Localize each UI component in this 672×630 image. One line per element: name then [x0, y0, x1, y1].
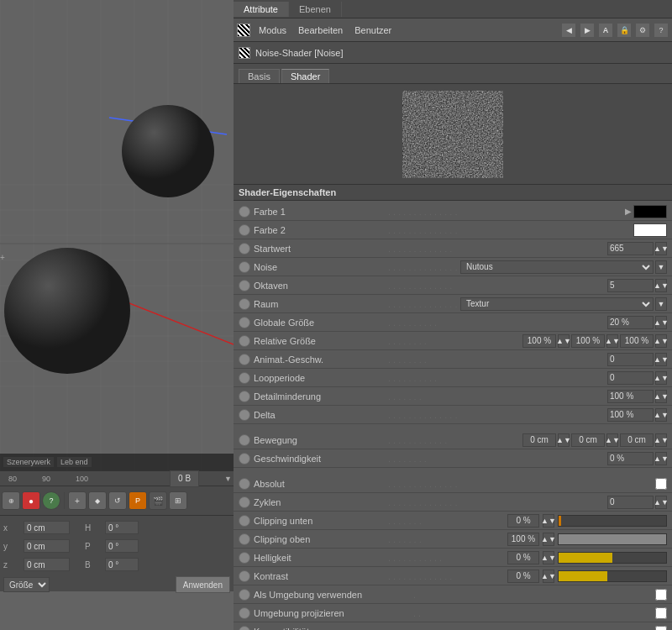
bullet-globale-groesse[interactable]	[239, 317, 250, 328]
raum-expand[interactable]: ▼	[655, 297, 667, 311]
loop-btn[interactable]: ↺	[108, 491, 127, 510]
bullet-geschwindigkeit[interactable]	[239, 453, 250, 465]
stepper-clipping-unten[interactable]: ▲▼	[543, 514, 554, 528]
input-zyklen[interactable]	[607, 496, 654, 509]
stepper-geschwindigkeit[interactable]: ▲▼	[655, 452, 667, 465]
magnet-btn[interactable]: ⊕	[2, 491, 20, 510]
p-input[interactable]	[105, 539, 139, 553]
stepper-kontrast[interactable]: ▲▼	[543, 570, 554, 583]
bar-helligkeit[interactable]	[558, 552, 667, 564]
select-raum[interactable]: Textur	[460, 297, 654, 311]
x-input[interactable]	[24, 521, 70, 534]
bar-kontrast[interactable]	[558, 570, 667, 582]
bullet-clipping-unten[interactable]	[239, 515, 250, 527]
tab-shader[interactable]: Shader	[281, 69, 329, 83]
stepper-rel-3[interactable]: ▲▼	[655, 334, 667, 348]
h-input[interactable]	[105, 521, 139, 534]
keyframe-btn[interactable]: ◆	[88, 491, 107, 510]
viewport-3d[interactable]: + Szenerywerk Leb end	[0, 0, 234, 470]
bullet-loopperiode[interactable]	[239, 372, 250, 384]
input-rel-groesse-1[interactable]	[522, 334, 556, 348]
bullet-animat-geschw[interactable]	[239, 354, 250, 365]
size-dropdown[interactable]: Größe	[3, 577, 50, 592]
bullet-als-umgebung[interactable]	[239, 589, 250, 601]
stepper-rel-2[interactable]: ▲▼	[606, 334, 618, 348]
stepper-startwert[interactable]: ▲▼	[655, 242, 667, 255]
input-delta[interactable]	[607, 408, 654, 422]
bullet-clipping-oben[interactable]	[239, 533, 250, 545]
input-clipping-unten[interactable]	[507, 514, 539, 528]
a-icon[interactable]: A	[598, 23, 613, 38]
input-animat-geschw[interactable]	[607, 353, 654, 366]
tab-basis[interactable]: Basis	[239, 69, 280, 83]
bullet-oktaven[interactable]	[239, 280, 250, 291]
bullet-kontrast[interactable]	[239, 570, 250, 582]
stepper-oktaven[interactable]: ▲▼	[655, 279, 667, 292]
stepper-bew-3[interactable]: ▲▼	[655, 433, 667, 447]
checkbox-absolut[interactable]	[655, 478, 667, 490]
modus-menu[interactable]: Modus	[255, 25, 290, 35]
stepper-loopperiode[interactable]: ▲▼	[655, 371, 667, 385]
apply-button[interactable]: Anwenden	[176, 576, 230, 593]
swatch-farbe1[interactable]	[633, 205, 667, 218]
bullet-delta[interactable]	[239, 409, 250, 421]
bullet-absolut[interactable]	[239, 478, 250, 490]
input-kontrast[interactable]	[507, 570, 539, 583]
stepper-detailminderung[interactable]: ▲▼	[655, 390, 667, 403]
bullet-bewegung[interactable]	[239, 434, 250, 446]
input-startwert[interactable]	[607, 242, 654, 255]
settings-icon[interactable]: ⚙	[635, 23, 650, 38]
arrow-right-icon[interactable]: ▶	[580, 23, 595, 38]
checkbox-umgebung-proj[interactable]	[655, 607, 667, 619]
input-bewegung-2[interactable]	[571, 433, 605, 447]
bar-clipping-oben[interactable]	[558, 533, 667, 545]
benutzer-menu[interactable]: Benutzer	[351, 25, 395, 35]
input-oktaven[interactable]	[607, 279, 654, 292]
lock-icon[interactable]: 🔒	[617, 23, 632, 38]
bullet-farbe1[interactable]	[239, 206, 250, 218]
stepper-delta[interactable]: ▲▼	[655, 408, 667, 422]
help-icon-toolbar[interactable]: ?	[654, 23, 669, 38]
bullet-startwert[interactable]	[239, 243, 250, 255]
bullet-noise[interactable]	[239, 261, 250, 273]
tab-attribute[interactable]: Attribute	[234, 2, 289, 17]
stepper-bew-2[interactable]: ▲▼	[606, 433, 618, 447]
bullet-kompatibilitaet[interactable]	[239, 626, 250, 631]
stepper-rel-1[interactable]: ▲▼	[558, 334, 570, 348]
tab-ebenen[interactable]: Ebenen	[289, 2, 342, 17]
input-bewegung-3[interactable]	[620, 433, 654, 447]
arrow-left-icon[interactable]: ◀	[561, 23, 576, 38]
stepper-zyklen[interactable]: ▲▼	[655, 496, 667, 509]
film-btn[interactable]: 🎬	[149, 491, 167, 510]
grid-btn[interactable]: ⊞	[169, 491, 187, 510]
bar-clipping-unten[interactable]	[558, 515, 667, 527]
bullet-helligkeit[interactable]	[239, 552, 250, 564]
record-btn[interactable]: ●	[22, 491, 40, 510]
stepper-helligkeit[interactable]: ▲▼	[543, 551, 554, 564]
bullet-zyklen[interactable]	[239, 496, 250, 508]
input-loopperiode[interactable]	[607, 371, 654, 385]
add-btn[interactable]: +	[68, 491, 87, 510]
frame-input[interactable]	[170, 470, 199, 487]
input-helligkeit[interactable]	[507, 551, 539, 564]
checkbox-kompatibilitaet[interactable]	[655, 626, 667, 631]
noise-expand[interactable]: ▼	[655, 260, 667, 274]
bearbeiten-menu[interactable]: Bearbeiten	[295, 25, 346, 35]
checkbox-als-umgebung[interactable]	[655, 589, 667, 601]
help-btn[interactable]: ?	[42, 491, 60, 510]
bullet-raum[interactable]	[239, 298, 250, 310]
swatch-farbe2[interactable]	[633, 223, 667, 237]
select-noise[interactable]: Nutous	[460, 260, 654, 274]
input-rel-groesse-3[interactable]	[620, 334, 654, 348]
stepper-bew-1[interactable]: ▲▼	[558, 433, 570, 447]
stepper-clipping-oben[interactable]: ▲▼	[543, 533, 554, 546]
input-clipping-oben[interactable]	[507, 533, 539, 546]
bullet-umgebung-proj[interactable]	[239, 607, 250, 619]
input-globale-groesse[interactable]	[607, 316, 654, 329]
stepper-animat-geschw[interactable]: ▲▼	[655, 353, 667, 366]
input-detailminderung[interactable]	[607, 390, 654, 403]
b-input[interactable]	[105, 558, 139, 571]
bullet-farbe2[interactable]	[239, 224, 250, 236]
y-input[interactable]	[24, 539, 70, 553]
grid-icon[interactable]	[237, 24, 250, 37]
